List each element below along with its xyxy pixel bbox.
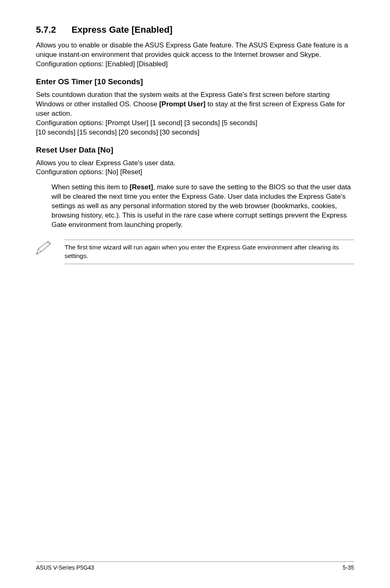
reset-line1: Allows you to clear Express Gate's user … [36,159,176,167]
note-text: The first time wizard will run again whe… [65,240,354,264]
section-title-text: Express Gate [Enabled] [72,25,173,35]
os-timer-paragraph: Sets countdown duration that the system … [36,90,354,137]
reset-line2: Configuration options: [No] [Reset] [36,168,142,176]
footer-left: ASUS V-Series P5G43 [36,564,94,571]
page-footer: ASUS V-Series P5G43 5-35 [36,561,354,571]
os-timer-config1: Configuration options: [Prompt User] [1 … [36,119,257,127]
footer-right: 5-35 [343,564,354,571]
reset-block-before: When setting this item to [52,183,130,191]
section-intro: Allows you to enable or disable the ASUS… [36,41,354,69]
os-timer-bold: [Prompt User] [159,100,205,108]
note-callout: The first time wizard will run again whe… [34,240,354,264]
section-heading: 5.7.2Express Gate [Enabled] [36,25,354,35]
os-timer-heading: Enter OS Timer [10 Seconds] [36,77,354,86]
reset-detail-block: When setting this item to [Reset], make … [36,183,354,230]
os-timer-config2: [10 seconds] [15 seconds] [20 seconds] [… [36,128,199,136]
reset-paragraph: Allows you to clear Express Gate's user … [36,159,354,177]
reset-heading: Reset User Data [No] [36,146,354,155]
section-number: 5.7.2 [36,25,56,35]
pencil-icon [34,240,53,258]
reset-block-bold: [Reset] [130,183,153,191]
